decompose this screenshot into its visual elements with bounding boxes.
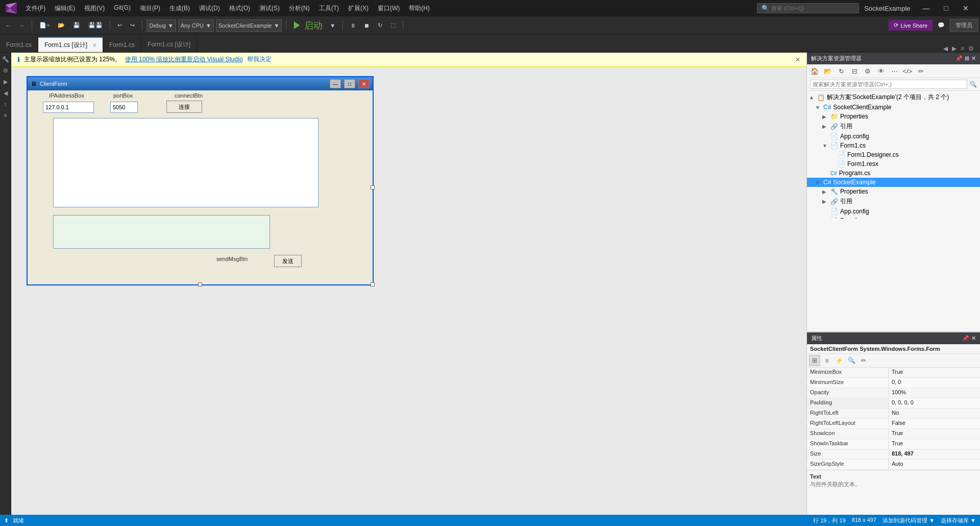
tree-socketclient[interactable]: ▼ C# SocketClientExample [807,103,980,112]
resize-handle-br[interactable] [371,282,375,286]
debug-toolbar-3[interactable]: ↻ [375,18,385,33]
tree-se-properties[interactable]: ▶ 🔧 Properties [807,187,980,196]
menu-project[interactable]: 项目(P) [136,2,164,15]
window-minimize[interactable]: — [916,0,937,16]
port-textbox[interactable] [110,102,138,113]
se-filter-btn[interactable]: ⋯ [889,65,900,77]
pin-icon[interactable]: 📌 [955,55,963,62]
se-pen-btn[interactable]: ✏ [915,65,926,77]
menu-analyze[interactable]: 分析(N) [285,2,314,15]
menu-extensions[interactable]: 扩展(X) [344,2,373,15]
ip-textbox[interactable] [43,102,94,113]
resize-handle-right[interactable] [371,185,375,189]
run-dropdown[interactable]: ▼ [327,18,338,33]
window-maximize[interactable]: □ [937,0,955,16]
connect-button[interactable]: 连接 [166,101,202,113]
tree-properties[interactable]: ▶ 📁 Properties [807,112,980,121]
props-events-btn[interactable]: ⚡ [834,355,845,366]
tree-program-cs[interactable]: C# Program.cs [807,169,980,178]
tab-close-icon[interactable]: ✕ [92,42,96,48]
forward-button[interactable]: → [16,18,28,33]
se-folder-btn[interactable]: 📂 [822,65,834,77]
menu-edit[interactable]: 编辑(E) [51,2,79,15]
menu-view[interactable]: 视图(V) [80,2,109,15]
status-branch[interactable]: 选择存储库 ▼ [941,517,976,524]
sidebar-icon-3[interactable]: ▶ [1,77,10,86]
props-categories-btn[interactable]: ⊞ [809,355,820,366]
menu-test[interactable]: 测试(S) [255,2,284,15]
tab-scroll-left[interactable]: ◀ [941,45,950,52]
form-maximize-btn[interactable]: □ [344,79,355,88]
tree-solution[interactable]: ▲ 📋 解决方案'SocketExample'(2 个项目，共 2 个) [807,92,980,103]
debug-toolbar-2[interactable]: ⏹ [361,18,373,33]
props-pin-icon[interactable]: 📌 [962,335,969,342]
menu-window[interactable]: 窗口(W) [374,2,404,15]
debug-toolbar-1[interactable]: ⏸ [347,18,359,33]
settings-icon[interactable]: ⚙ [966,45,976,52]
status-git-label[interactable]: 添加到源代码管理 ▼ [883,517,935,524]
run-button[interactable]: ▶ 启动 [290,19,325,32]
tree-se-references[interactable]: ▶ 🔗 引用 [807,196,980,207]
props-alpha-btn[interactable]: ≡ [821,355,832,366]
se-settings-btn[interactable]: ⚙ [862,65,873,77]
menu-format[interactable]: 格式(O) [225,2,254,15]
se-search-input[interactable] [810,80,967,89]
dock-icon[interactable]: ⊞ [965,55,969,62]
sidebar-icon-5[interactable]: ↕ [1,100,10,109]
form-close-btn[interactable]: ✕ [358,79,370,88]
prop-showicon[interactable]: ShowIcon True [807,429,980,439]
menu-tools[interactable]: 工具(T) [315,2,343,15]
debug-toolbar-4[interactable]: ⬚ [387,18,399,33]
prop-minimumsize[interactable]: MinimumSize 0, 0 [807,378,980,388]
redo-button[interactable]: ↪ [127,18,138,33]
feedback-button[interactable]: 💬 [935,18,948,33]
search-input[interactable] [771,5,853,11]
props-pen-btn[interactable]: ✏ [858,355,869,366]
menu-debug[interactable]: 调试(D) [195,2,224,15]
tree-form1-designer[interactable]: 📄 Form1.Designer.cs [807,150,980,159]
save-button[interactable]: 💾 [70,18,83,33]
log-listbox[interactable] [53,118,318,207]
se-code-btn[interactable]: </> [902,65,913,77]
window-close[interactable]: ✕ [955,0,976,16]
send-button[interactable]: 发送 [274,255,302,267]
sidebar-icon-4[interactable]: ◀ [1,88,10,98]
open-file-button[interactable]: 📂 [55,18,68,33]
undo-button[interactable]: ↩ [114,18,125,33]
se-home-btn[interactable]: 🏠 [809,65,820,77]
menu-help[interactable]: 帮助(H) [405,2,434,15]
msg-textbox[interactable] [53,215,270,249]
tree-app-config[interactable]: 📄 App.config [807,132,980,141]
project-dropdown[interactable]: SocketClientExample ▼ [216,19,282,32]
se-preview-btn[interactable]: 👁 [875,65,887,77]
cpu-dropdown[interactable]: Any CPU ▼ [178,19,214,32]
menu-build[interactable]: 生成(B) [165,2,194,15]
tree-se-appconfig[interactable]: 📄 App.config [807,207,980,216]
prop-righttoleft[interactable]: RightToLeft No [807,409,980,419]
tree-form1-resx[interactable]: 📄 Form1.resx [807,159,980,169]
prop-showintaskbar[interactable]: ShowInTaskbar True [807,439,980,449]
new-project-button[interactable]: 📄+ [36,18,53,33]
tree-references[interactable]: ▶ 🔗 引用 [807,121,980,132]
help-link[interactable]: 帮我决定 [247,55,272,64]
tab-form1-cs-2[interactable]: Form1.cs [103,37,141,52]
tree-form1-cs[interactable]: ▼ 📄 Form1.cs [807,141,980,150]
menu-git[interactable]: Git(G) [110,2,135,15]
sidebar-icon-2[interactable]: ⚙ [1,66,10,75]
menu-file[interactable]: 文件(F) [21,2,50,15]
sidebar-icon-1[interactable]: 🔧 [1,55,10,64]
tab-form1-design-active[interactable]: Form1.cs [设计] ✕ [38,37,103,52]
tab-form1-design-2[interactable]: Form1.cs [设计] [141,37,197,52]
debug-config-dropdown[interactable]: Debug ▼ [146,19,176,32]
prop-minimizebox[interactable]: MinimizeBox True [807,368,980,378]
sidebar-icon-6[interactable]: ≡ [1,111,10,120]
prop-size[interactable]: Size 818, 497 [807,449,980,460]
admin-button[interactable]: 管理员 [950,19,978,32]
props-close-icon[interactable]: ✕ [971,335,976,342]
tab-form1-cs[interactable]: Form1.cs [0,37,38,52]
tab-list[interactable]: ≡ [959,45,966,52]
tab-scroll-right[interactable]: ▶ [950,45,959,52]
tree-se-form1[interactable]: 📄 Form1... [807,216,980,219]
prop-righttoleftlayout[interactable]: RightToLeftLayout False [807,419,980,429]
form-minimize-btn[interactable]: — [330,79,341,88]
